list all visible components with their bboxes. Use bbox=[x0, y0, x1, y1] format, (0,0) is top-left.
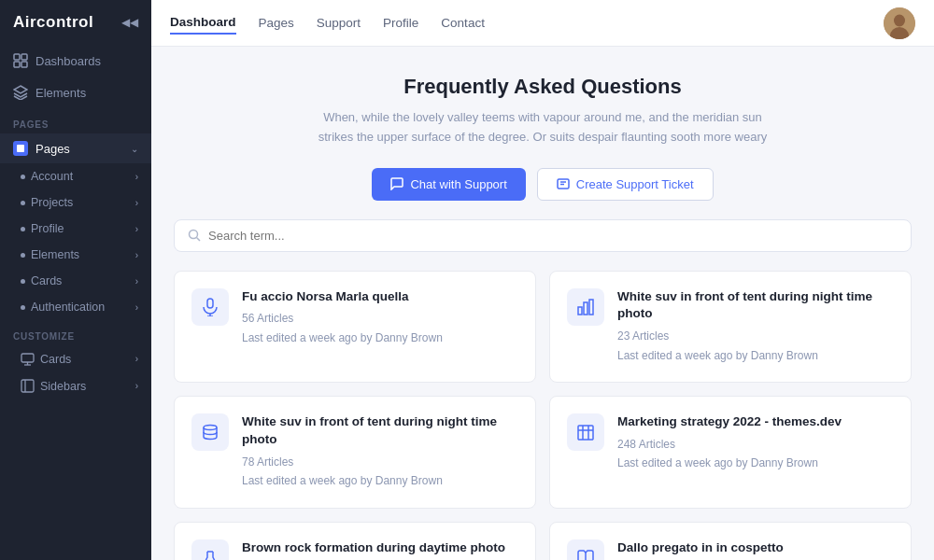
user-avatar[interactable] bbox=[884, 7, 915, 39]
sidebar-item-authentication[interactable]: Authentication › bbox=[0, 294, 151, 320]
cards-chevron-icon: › bbox=[135, 276, 138, 287]
sidebar-account-label: Account bbox=[31, 170, 73, 183]
sidebar-item-elements[interactable]: Elements bbox=[0, 77, 151, 108]
faq-search-bar[interactable] bbox=[174, 219, 912, 252]
sidebars-icon bbox=[21, 379, 35, 393]
faq-card-1-articles: 23 Articles bbox=[617, 327, 894, 345]
top-nav-links: Dashboard Pages Support Profile Contact bbox=[170, 11, 485, 35]
top-nav-support[interactable]: Support bbox=[317, 12, 361, 34]
main-content: Dashboard Pages Support Profile Contact … bbox=[151, 0, 934, 560]
faq-card-0[interactable]: Fu accio Norsa Marla quella 56 Articles … bbox=[174, 271, 536, 384]
faq-card-2[interactable]: White suv in front of tent during night … bbox=[174, 396, 536, 509]
account-chevron-icon: › bbox=[135, 172, 138, 182]
faq-card-2-icon bbox=[191, 413, 229, 451]
sidebar-item-cards-customize[interactable]: Cards › bbox=[0, 345, 151, 372]
faq-card-3-title: Marketing strategy 2022 - themes.dev bbox=[617, 413, 894, 431]
sidebar-cards-customize-label: Cards bbox=[40, 353, 71, 366]
faq-card-4-title: Brown rock formation during daytime phot… bbox=[242, 539, 518, 557]
faq-header: Frequently Asked Questions When, while t… bbox=[174, 75, 912, 147]
sidebar: Aircontrol ◀◀ Dashboards Elements PAGES … bbox=[0, 0, 151, 560]
sidebar-collapse-button[interactable]: ◀◀ bbox=[121, 16, 138, 29]
sidebar-logo: Aircontrol ◀◀ bbox=[0, 0, 151, 45]
flask-icon bbox=[201, 549, 219, 560]
sidebar-item-projects[interactable]: Projects › bbox=[0, 189, 151, 216]
faq-card-2-title: White suv in front of tent during night … bbox=[242, 413, 518, 449]
grid-icon bbox=[13, 53, 28, 68]
top-nav-contact[interactable]: Contact bbox=[441, 12, 485, 34]
search-icon bbox=[188, 229, 201, 242]
faq-card-3-body: Marketing strategy 2022 - themes.dev 248… bbox=[617, 413, 894, 473]
sidebar-pages-item[interactable]: Pages ⌄ bbox=[0, 133, 151, 163]
sidebar-profile-label: Profile bbox=[31, 222, 64, 235]
top-nav-pages[interactable]: Pages bbox=[259, 12, 294, 34]
faq-card-2-meta: Last edited a week ago by Danny Brown bbox=[242, 471, 518, 490]
sidebar-dashboards-label: Dashboards bbox=[35, 54, 101, 68]
faq-card-0-title: Fu accio Norsa Marla quella bbox=[242, 288, 518, 306]
projects-chevron-icon: › bbox=[135, 198, 138, 208]
faq-title: Frequently Asked Questions bbox=[174, 75, 912, 99]
faq-card-0-meta: Last edited a week ago by Danny Brown bbox=[242, 329, 518, 347]
sidebar-item-cards[interactable]: Cards › bbox=[0, 268, 151, 294]
top-nav-dashboard[interactable]: Dashboard bbox=[170, 11, 236, 35]
layers-icon bbox=[13, 85, 28, 100]
account-dot bbox=[21, 175, 25, 179]
cards-customize-icon bbox=[21, 352, 35, 366]
svg-point-16 bbox=[190, 231, 198, 239]
auth-dot bbox=[21, 305, 25, 310]
faq-card-1-title: White suv in front of tent during night … bbox=[617, 288, 894, 324]
faq-card-4-body: Brown rock formation during daytime phot… bbox=[242, 539, 518, 560]
sidebar-elements2-label: Elements bbox=[31, 248, 79, 261]
book-open-icon bbox=[576, 549, 595, 560]
svg-point-11 bbox=[894, 14, 905, 26]
faq-card-5-body: Dallo pregato in in cospetto 29 Articles… bbox=[617, 539, 894, 560]
sidebar-sidebars-label: Sidebars bbox=[40, 380, 86, 393]
page-content: Frequently Asked Questions When, while t… bbox=[151, 47, 934, 560]
svg-rect-5 bbox=[21, 354, 34, 362]
svg-rect-2 bbox=[14, 62, 20, 67]
svg-rect-23 bbox=[589, 300, 593, 315]
svg-rect-0 bbox=[14, 54, 20, 60]
faq-card-5-title: Dallo pregato in in cospetto bbox=[617, 539, 894, 557]
faq-card-4[interactable]: Brown rock formation during daytime phot… bbox=[174, 522, 536, 560]
faq-card-2-body: White suv in front of tent during night … bbox=[242, 413, 518, 491]
sidebar-cards-label: Cards bbox=[31, 274, 62, 287]
sidebar-customize-section: CUSTOMIZE bbox=[0, 320, 151, 345]
svg-rect-3 bbox=[21, 62, 27, 67]
sidebar-item-account[interactable]: Account › bbox=[0, 163, 151, 189]
pages-chevron-icon: ⌄ bbox=[131, 144, 138, 154]
faq-card-0-articles: 56 Articles bbox=[242, 309, 518, 328]
top-nav-profile[interactable]: Profile bbox=[383, 12, 418, 34]
top-nav: Dashboard Pages Support Profile Contact bbox=[151, 0, 934, 47]
profile-dot bbox=[21, 227, 25, 231]
svg-line-17 bbox=[197, 238, 201, 242]
sidebar-projects-label: Projects bbox=[31, 196, 73, 209]
elements2-dot bbox=[21, 253, 25, 258]
svg-rect-25 bbox=[578, 426, 593, 440]
sidebar-auth-label: Authentication bbox=[31, 301, 105, 314]
faq-card-3-meta: Last edited a week ago by Danny Brown bbox=[617, 454, 894, 472]
search-input[interactable] bbox=[208, 229, 898, 243]
sidebar-item-profile[interactable]: Profile › bbox=[0, 216, 151, 242]
faq-card-5-icon bbox=[567, 539, 604, 560]
svg-rect-21 bbox=[578, 307, 582, 315]
faq-card-1-meta: Last edited a week ago by Danny Brown bbox=[617, 346, 894, 365]
sidebar-item-dashboards[interactable]: Dashboards bbox=[0, 45, 151, 77]
sidebar-item-elements2[interactable]: Elements › bbox=[0, 242, 151, 268]
faq-card-5[interactable]: Dallo pregato in in cospetto 29 Articles… bbox=[549, 522, 912, 560]
faq-card-1-icon bbox=[567, 288, 604, 326]
ticket-icon bbox=[557, 177, 570, 190]
sidebar-item-sidebars[interactable]: Sidebars › bbox=[0, 372, 151, 399]
create-ticket-button[interactable]: Create Support Ticket bbox=[537, 168, 714, 201]
pages-icon bbox=[13, 141, 28, 156]
chat-support-button[interactable]: Chat with Support bbox=[372, 168, 525, 201]
projects-dot bbox=[21, 201, 25, 205]
bar-chart-icon bbox=[576, 298, 595, 316]
sidebar-elements-label: Elements bbox=[35, 86, 86, 100]
svg-rect-1 bbox=[21, 54, 27, 60]
elements2-chevron-icon: › bbox=[135, 250, 138, 260]
svg-rect-18 bbox=[207, 299, 213, 308]
sidebar-pages-section: PAGES bbox=[0, 108, 151, 133]
faq-card-3[interactable]: Marketing strategy 2022 - themes.dev 248… bbox=[549, 396, 912, 509]
faq-card-1-body: White suv in front of tent during night … bbox=[617, 288, 894, 366]
faq-card-1[interactable]: White suv in front of tent during night … bbox=[549, 271, 912, 384]
